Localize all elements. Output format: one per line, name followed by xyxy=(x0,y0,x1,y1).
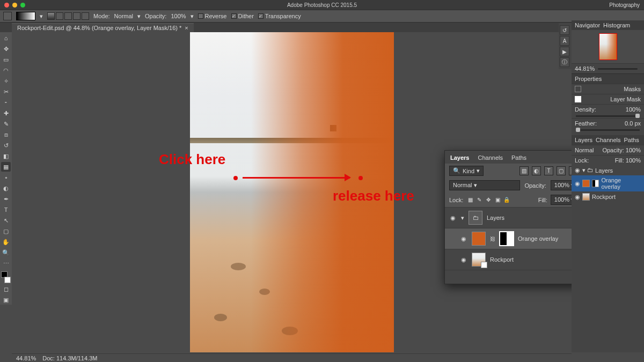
angle-gradient-icon[interactable] xyxy=(64,12,72,20)
brush-tool-icon[interactable]: ✎ xyxy=(1,119,11,129)
mode-dropdown[interactable]: Normal xyxy=(114,13,133,19)
diamond-gradient-icon[interactable] xyxy=(82,12,89,20)
visibility-toggle-icon[interactable]: ◉ xyxy=(460,256,467,263)
hand-tool-icon[interactable]: ✋ xyxy=(1,237,11,247)
background-color-swatch[interactable] xyxy=(4,277,11,283)
lock-position-icon[interactable]: ✥ xyxy=(485,196,492,204)
layer-name[interactable]: Rockport xyxy=(490,256,514,263)
layer-thumbnail[interactable] xyxy=(472,253,486,267)
tab-channels[interactable]: Channels xyxy=(478,154,502,161)
reverse-checkbox[interactable]: Reverse xyxy=(198,13,227,19)
close-tab-icon[interactable]: × xyxy=(185,25,188,31)
navigator-preview[interactable] xyxy=(572,30,644,63)
quick-mask-icon[interactable]: ◻ xyxy=(1,284,11,294)
layer-mask-thumbnail[interactable] xyxy=(500,232,514,246)
mini-layer-row[interactable]: ◉Orange overlay xyxy=(572,175,644,191)
tab-paths[interactable]: Paths xyxy=(511,154,526,161)
gradient-tool-icon[interactable]: ▦ xyxy=(1,162,11,172)
crop-tool-icon[interactable]: ✂ xyxy=(1,87,11,97)
workspace-switcher[interactable]: Photography xyxy=(609,2,640,8)
healing-brush-tool-icon[interactable]: ✚ xyxy=(1,108,11,118)
layer-group[interactable]: ◉ ▾ 🗀 Layers xyxy=(445,207,582,228)
foreground-background-colors[interactable] xyxy=(0,271,12,283)
dither-checkbox[interactable]: ✓Dither xyxy=(231,13,254,19)
screen-mode-icon[interactable]: ▣ xyxy=(1,295,11,305)
filter-type-icon[interactable]: T xyxy=(544,166,553,175)
tab-layers[interactable]: Layers xyxy=(450,154,469,161)
eraser-tool-icon[interactable]: ◧ xyxy=(1,151,11,161)
tool-preset-icon[interactable] xyxy=(3,12,12,20)
shape-tool-icon[interactable]: ▢ xyxy=(1,226,11,236)
tab-navigator[interactable]: Navigator xyxy=(575,22,600,28)
slider-handle[interactable] xyxy=(576,128,580,132)
chevron-down-icon[interactable]: ▾ xyxy=(191,13,194,20)
actions-panel-icon[interactable]: ▶ xyxy=(560,47,569,56)
zoom-slider[interactable] xyxy=(598,68,638,70)
info-panel-icon[interactable]: ⓘ xyxy=(560,57,569,67)
edit-toolbar-icon[interactable]: ⋯ xyxy=(1,258,11,268)
marquee-tool-icon[interactable]: ▭ xyxy=(1,55,11,64)
filter-adjustment-icon[interactable]: ◐ xyxy=(532,166,541,175)
filter-pixel-icon[interactable]: ▧ xyxy=(519,166,529,175)
history-brush-tool-icon[interactable]: ↺ xyxy=(1,141,11,150)
blend-mode-dropdown[interactable]: Normal ▾ xyxy=(449,180,520,190)
type-panel-icon[interactable]: A xyxy=(560,36,569,46)
blur-tool-icon[interactable]: ∘ xyxy=(1,173,11,182)
dodge-tool-icon[interactable]: ◐ xyxy=(1,183,11,193)
visibility-toggle-icon[interactable]: ◉ xyxy=(575,180,580,187)
feather-slider[interactable] xyxy=(576,129,640,131)
opacity-value[interactable]: 100% xyxy=(171,13,186,19)
chevron-down-icon[interactable]: ▾ xyxy=(137,13,141,20)
layer-group-name[interactable]: Layers xyxy=(487,215,504,221)
mini-fill-value[interactable]: 100% xyxy=(626,157,641,164)
visibility-toggle-icon[interactable]: ◉ xyxy=(575,167,580,174)
status-doc-info[interactable]: Doc: 114.3M/114.3M xyxy=(42,355,97,361)
layers-panel[interactable]: Layers Channels Paths 🔍Kind ▾ ▧ ◐ T ▢ ◫ … xyxy=(444,150,583,284)
lock-transparent-icon[interactable]: ▦ xyxy=(466,196,474,204)
density-slider[interactable] xyxy=(576,115,640,117)
radial-gradient-icon[interactable] xyxy=(56,12,63,20)
filter-kind-dropdown[interactable]: 🔍Kind ▾ xyxy=(449,166,484,176)
layer-row[interactable]: ◉ Rockport xyxy=(445,249,582,270)
tab-histogram[interactable]: Histogram xyxy=(603,22,630,28)
slider-handle[interactable] xyxy=(635,114,640,118)
tab-paths[interactable]: Paths xyxy=(624,137,639,143)
feather-value[interactable]: 0.0 px xyxy=(625,120,641,127)
status-zoom[interactable]: 44.81% xyxy=(16,355,36,361)
layer-row[interactable]: ◉ ⛓ Orange overlay xyxy=(445,228,582,249)
visibility-toggle-icon[interactable]: ◉ xyxy=(575,194,580,201)
transparency-checkbox[interactable]: ✓Transparency xyxy=(258,13,301,19)
link-icon[interactable]: ⛓ xyxy=(490,236,495,242)
reflected-gradient-icon[interactable] xyxy=(73,12,80,20)
mini-layer-group[interactable]: ◉ ▾ 🗀 Layers xyxy=(572,165,644,175)
zoom-tool-icon[interactable]: 🔍 xyxy=(1,248,11,257)
path-selection-tool-icon[interactable]: ↖ xyxy=(1,216,11,225)
history-panel-icon[interactable]: ↺ xyxy=(560,25,569,35)
lock-artboard-icon[interactable]: ▣ xyxy=(494,196,501,204)
gradient-preview[interactable] xyxy=(16,12,35,20)
stamp-tool-icon[interactable]: ⧈ xyxy=(1,130,11,139)
type-tool-icon[interactable]: T xyxy=(1,205,11,215)
tab-channels[interactable]: Channels xyxy=(596,137,620,143)
navigator-zoom[interactable]: 44.81% xyxy=(575,65,595,72)
mini-blend-value[interactable]: Normal xyxy=(575,147,594,153)
home-icon[interactable]: ⌂ xyxy=(1,33,11,43)
tab-layers[interactable]: Layers xyxy=(575,137,592,143)
eyedropper-tool-icon[interactable]: ⁃ xyxy=(1,98,11,107)
linear-gradient-icon[interactable] xyxy=(47,12,55,20)
filter-shape-icon[interactable]: ▢ xyxy=(557,166,566,175)
mini-opacity-value[interactable]: 100% xyxy=(626,147,641,153)
layer-name[interactable]: Orange overlay xyxy=(518,235,558,242)
mini-layer-row[interactable]: ◉Rockport xyxy=(572,191,644,202)
layer-thumbnail[interactable] xyxy=(472,232,486,246)
lasso-tool-icon[interactable]: ◠ xyxy=(1,65,11,75)
lock-all-icon[interactable]: 🔒 xyxy=(503,196,510,204)
properties-section-header[interactable]: Properties xyxy=(572,73,644,84)
magic-wand-tool-icon[interactable]: ✧ xyxy=(1,76,11,86)
pen-tool-icon[interactable]: ✒ xyxy=(1,194,11,204)
chevron-down-icon[interactable]: ▾ xyxy=(40,13,43,20)
visibility-toggle-icon[interactable]: ◉ xyxy=(449,215,457,221)
density-value[interactable]: 100% xyxy=(626,106,641,113)
chevron-down-icon[interactable]: ▾ xyxy=(461,215,464,221)
move-tool-icon[interactable]: ✥ xyxy=(1,44,11,54)
